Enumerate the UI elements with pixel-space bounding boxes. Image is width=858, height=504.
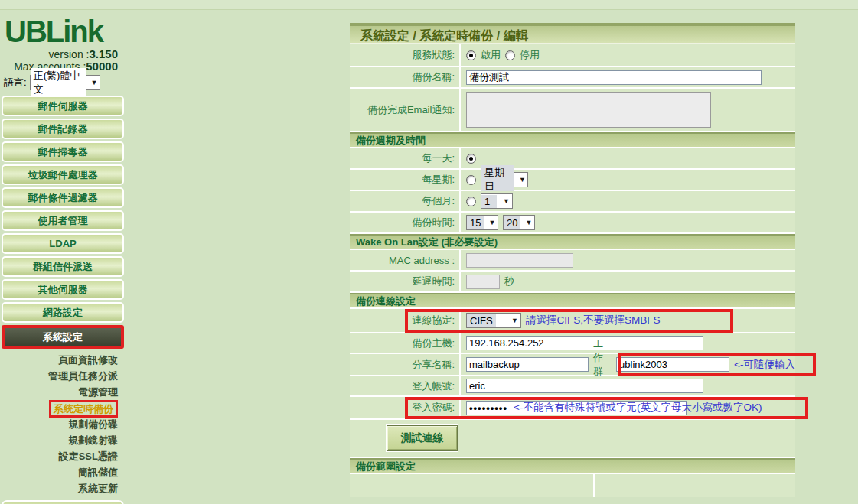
sidebar-button-7[interactable]: LDAP [2, 233, 124, 254]
account-input[interactable] [466, 379, 703, 393]
section-schedule: 備份週期及時間 [350, 132, 795, 148]
mac-address-label: MAC address : [350, 250, 461, 270]
minute-select[interactable]: 20 ▼ [503, 215, 535, 230]
workgroup-input[interactable] [616, 357, 729, 372]
email-notify-row: 備份完成Email通知: [350, 89, 795, 132]
month-day-value: 1 [481, 195, 497, 208]
account-row: 登入帳號: [350, 376, 795, 397]
protocol-select[interactable]: CIFS ▼ [466, 313, 521, 328]
test-connection-button[interactable]: 測試連線 [387, 425, 458, 451]
share-row: 分享名稱: 工作群組: <-可隨便輸入 [350, 354, 795, 376]
share-name-label: 分享名稱: [350, 354, 461, 375]
service-status-row: 服務狀態: 啟用 停用 [350, 44, 795, 67]
disable-radio[interactable] [505, 50, 515, 60]
mac-address-input[interactable] [466, 253, 573, 268]
minute-value: 20 [504, 216, 520, 229]
every-day-row: 每一天: [350, 148, 795, 170]
sidebar-button-9[interactable]: 其他伺服器 [2, 279, 124, 300]
chevron-down-icon: ▼ [524, 219, 534, 226]
sidebar-button-2[interactable]: 郵件記錄器 [2, 119, 124, 139]
sidebar-button-1[interactable]: 郵件伺服器 [2, 96, 124, 116]
sidebar-submenu-item-6[interactable]: 規劃鏡射碟 [0, 432, 126, 448]
sidebar-button-3[interactable]: 郵件掃毒器 [2, 141, 124, 162]
delay-unit-label: 秒 [504, 275, 514, 288]
every-day-radio[interactable] [466, 154, 476, 164]
password-row: 登入密碼: <-不能含有特殊符號或字元(英文字母大小寫或數字OK) [350, 397, 795, 420]
delay-input[interactable] [466, 275, 500, 289]
sidebar-submenu-item-7[interactable]: 設定SSL憑證 [0, 448, 126, 464]
test-connection-row: 測試連線 [350, 420, 795, 458]
language-select[interactable]: 正(繁)體中文 ▼ [30, 75, 100, 90]
chevron-down-icon: ▼ [487, 219, 498, 226]
sidebar-button-11[interactable]: 系統設定 [2, 325, 124, 349]
sidebar-button-8[interactable]: 群組信件派送 [2, 256, 124, 277]
section-connection: 備份連線設定 [350, 293, 795, 309]
protocol-row: 連線協定: CIFS ▼ 請選擇CIFS,不要選擇SMBFS [350, 309, 795, 333]
month-day-select[interactable]: 1 ▼ [481, 193, 513, 209]
mac-address-row: MAC address : [350, 250, 795, 272]
protocol-value: CIFS [467, 314, 496, 327]
sidebar-menu: 郵件伺服器郵件記錄器郵件掃毒器垃圾郵件處理器郵件條件過濾器使用者管理LDAP群組… [0, 96, 126, 349]
language-value: 正(繁)體中文 [31, 68, 86, 97]
scope-partial-row [350, 474, 795, 497]
section-wol: Wake On Lan設定 (非必要設定) [350, 234, 795, 250]
every-day-label: 每一天: [350, 148, 461, 168]
disable-label: 停用 [520, 48, 540, 62]
main-panel: 系統設定 / 系統定時備份 / 編輯 服務狀態: 啟用 停用 備份名稱: 備份完… [350, 23, 795, 497]
sidebar-submenu-item-3[interactable]: 電源管理 [0, 384, 126, 400]
enable-radio[interactable] [466, 50, 476, 60]
hour-select[interactable]: 15 ▼ [466, 215, 498, 230]
monthly-radio[interactable] [466, 197, 476, 206]
weekday-select[interactable]: 星期日 ▼ [481, 172, 528, 187]
weekly-label: 每星期: [350, 170, 461, 190]
max-accounts-value: 50000 [86, 60, 118, 73]
sidebar-button-4[interactable]: 垃圾郵件處理器 [2, 164, 124, 185]
service-status-label: 服務狀態: [350, 44, 461, 66]
sidebar-submenu-item-active[interactable]: 系統定時備份 [49, 400, 118, 418]
language-row: 語言: 正(繁)體中文 ▼ [0, 73, 126, 92]
email-notify-textarea[interactable] [466, 92, 711, 128]
breadcrumb-title: 系統設定 / 系統定時備份 / 編輯 [350, 23, 795, 44]
password-hint: <-不能含有特殊符號或字元(英文字母大小寫或數字OK) [514, 401, 762, 415]
version-line: version :3.150 [0, 48, 126, 60]
weekly-row: 每星期: 星期日 ▼ [350, 170, 795, 191]
monthly-label: 每個月: [350, 191, 461, 211]
sidebar-button-5[interactable]: 郵件條件過濾器 [2, 187, 124, 208]
protocol-label: 連線協定: [350, 309, 461, 332]
backup-time-row: 備份時間: 15 ▼ 20 ▼ [350, 213, 795, 234]
protocol-hint: 請選擇CIFS,不要選擇SMBFS [526, 314, 661, 327]
chevron-down-icon: ▼ [509, 317, 520, 324]
chevron-down-icon: ▼ [89, 79, 99, 86]
sidebar-submenu-item-8[interactable]: 簡訊儲值 [0, 464, 126, 480]
backup-name-input[interactable] [466, 70, 762, 85]
form: 服務狀態: 啟用 停用 備份名稱: 備份完成Email通知: 備份週期及時間 每… [350, 44, 795, 497]
delay-label: 延遲時間: [350, 272, 461, 291]
sidebar-submenu-item-4[interactable]: 系統定時備份 [0, 400, 126, 416]
share-name-input[interactable] [466, 357, 589, 372]
email-notify-label: 備份完成Email通知: [350, 89, 461, 131]
version-value: 3.150 [89, 47, 118, 60]
sidebar-submenu: 頁面資訊修改管理員任務分派電源管理系統定時備份規劃備份碟規劃鏡射碟設定SSL憑證… [0, 352, 126, 496]
sidebar-submenu-item-2[interactable]: 管理員任務分派 [0, 368, 126, 384]
sidebar-cutoff-button[interactable] [2, 500, 124, 504]
weekday-value: 星期日 [481, 165, 514, 194]
weekly-radio[interactable] [466, 175, 476, 185]
sidebar-submenu-item-9[interactable]: 系統更新 [0, 480, 126, 496]
sidebar-button-6[interactable]: 使用者管理 [2, 210, 124, 231]
language-label: 語言: [4, 76, 27, 89]
ublink-logo: UBLink [0, 10, 126, 48]
backup-time-label: 備份時間: [350, 213, 461, 232]
host-label: 備份主機: [350, 333, 461, 353]
sidebar: UBLink version :3.150 Max accounts :5000… [0, 10, 126, 504]
monthly-row: 每個月: 1 ▼ [350, 191, 795, 213]
section-scope: 備份範圍設定 [350, 458, 795, 474]
sidebar-submenu-item-1[interactable]: 頁面資訊修改 [0, 352, 126, 368]
account-label: 登入帳號: [350, 376, 461, 395]
sidebar-submenu-item-5[interactable]: 規劃備份碟 [0, 416, 126, 432]
scope-partial-label-cell [350, 474, 595, 497]
delay-row: 延遲時間: 秒 [350, 272, 795, 293]
version-label: version : [49, 48, 90, 60]
password-label: 登入密碼: [350, 397, 461, 418]
sidebar-button-10[interactable]: 網路設定 [2, 302, 124, 323]
workgroup-hint: <-可隨便輸入 [734, 358, 795, 372]
